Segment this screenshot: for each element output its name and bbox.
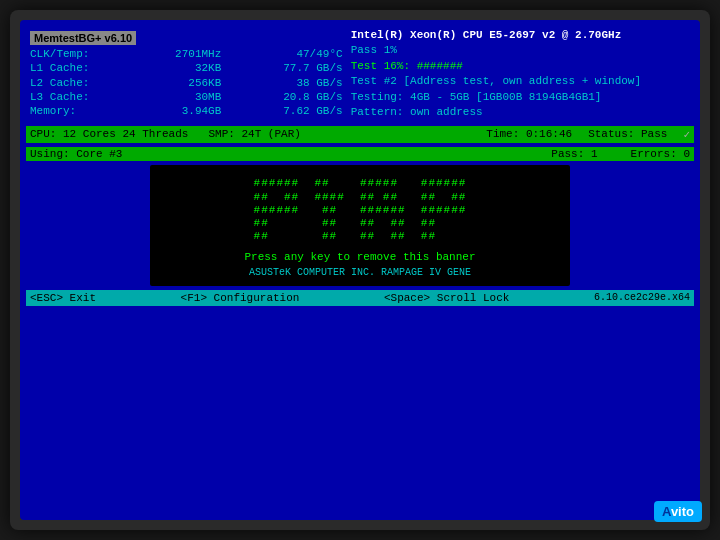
esc-label: <ESC> Exit [30, 292, 96, 304]
cpu-pass: Pass 1% [351, 43, 690, 58]
right-panel: Intel(R) Xeon(R) CPU E5-2697 v2 @ 2.70GH… [347, 26, 694, 122]
l1-row: L1 Cache: 32KB 77.7 GB/s [30, 61, 343, 75]
smp-status: SMP: 24T (PAR) [208, 128, 300, 141]
l2-label: L2 Cache: [30, 76, 110, 90]
mem-row: Memory: 3.94GB 7.62 GB/s [30, 104, 343, 118]
mid-section-row2: Using: Core #3 Pass: 1 Errors: 0 [26, 147, 694, 161]
clk-val2: 47/49°C [263, 47, 343, 61]
cpu-testing: Testing: 4GB - 5GB [1GB00B 8194GB4GB1] [351, 90, 690, 105]
l3-label: L3 Cache: [30, 90, 110, 104]
screen: MemtestBG+ v6.10 CLK/Temp: 2701MHz 47/49… [20, 20, 700, 520]
top-section: MemtestBG+ v6.10 CLK/Temp: 2701MHz 47/49… [26, 26, 694, 122]
l1-val1: 32KB [151, 61, 221, 75]
clk-row: CLK/Temp: 2701MHz 47/49°C [30, 47, 343, 61]
time-status: Time: 0:16:46 [486, 128, 572, 141]
avito-badge: Avito [654, 501, 702, 522]
mem-val2: 7.62 GB/s [263, 104, 343, 118]
mem-val1: 3.94GB [151, 104, 221, 118]
clk-label: CLK/Temp: [30, 47, 110, 61]
f1-label: <F1> Configuration [181, 292, 300, 304]
version-label: 6.10.ce2c29e.x64 [594, 292, 690, 304]
monitor-frame: MultiSync LCD1990SXi MemtestBG+ v6.10 CL… [10, 10, 710, 530]
l3-val2: 20.8 GB/s [263, 90, 343, 104]
cpu-test2: Test #2 [Address test, own address + win… [351, 74, 690, 89]
avito-vito: vito [671, 504, 694, 519]
avito-a: A [662, 504, 671, 519]
bottom-bar: <ESC> Exit <F1> Configuration <Space> Sc… [26, 290, 694, 306]
mid-left: CPU: 12 Cores 24 Threads SMP: 24T (PAR) [30, 128, 301, 141]
memtest-title: MemtestBG+ v6.10 [30, 31, 136, 45]
asus-footer: ASUSTeK COMPUTER INC. RAMPAGE IV GENE [249, 267, 471, 278]
pass-art: ###### ## ##### ###### ## ## #### ## ## … [254, 177, 467, 243]
pass-banner: ###### ## ##### ###### ## ## #### ## ## … [150, 165, 570, 286]
press-key-text: Press any key to remove this banner [244, 251, 475, 263]
status-status: Status: Pass [588, 128, 667, 141]
memtest-info-table: CLK/Temp: 2701MHz 47/49°C L1 Cache: 32KB… [30, 47, 343, 118]
l3-val1: 30MB [151, 90, 221, 104]
mem-label: Memory: [30, 104, 110, 118]
cpu-cores-status: CPU: 12 Cores 24 Threads [30, 128, 188, 141]
l1-label: L1 Cache: [30, 61, 110, 75]
cpu-info: Intel(R) Xeon(R) CPU E5-2697 v2 @ 2.70GH… [351, 28, 690, 120]
left-panel: MemtestBG+ v6.10 CLK/Temp: 2701MHz 47/49… [26, 26, 347, 122]
using-core: Using: Core #3 [30, 148, 122, 160]
pass-count: Pass: 1 Errors: 0 [551, 148, 690, 160]
clk-val1: 2701MHz [151, 47, 221, 61]
l2-row: L2 Cache: 256KB 38 GB/s [30, 76, 343, 90]
cpu-name: Intel(R) Xeon(R) CPU E5-2697 v2 @ 2.70GH… [351, 28, 690, 43]
l2-val1: 256KB [151, 76, 221, 90]
cpu-pattern: Pattern: own address [351, 105, 690, 120]
l3-row: L3 Cache: 30MB 20.8 GB/s [30, 90, 343, 104]
mid-right: Time: 0:16:46 Status: Pass ✓ [486, 128, 690, 141]
l1-val2: 77.7 GB/s [263, 61, 343, 75]
l2-val2: 38 GB/s [263, 76, 343, 90]
space-label: <Space> Scroll Lock [384, 292, 509, 304]
mid-status-bar: CPU: 12 Cores 24 Threads SMP: 24T (PAR) … [26, 126, 694, 143]
cpu-test16: Test 16%: ####### [351, 59, 690, 74]
